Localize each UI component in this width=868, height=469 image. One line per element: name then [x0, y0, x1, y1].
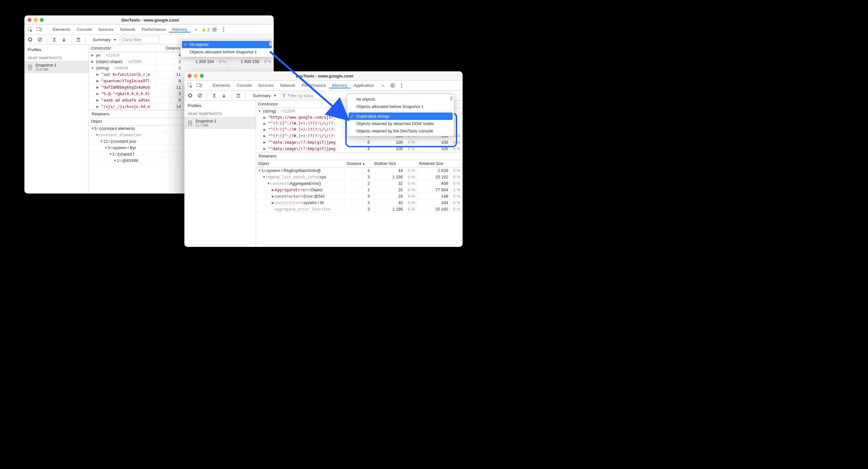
tab-network[interactable]: Network: [277, 83, 299, 88]
dropdown-item-devtools-console[interactable]: Objects retained by the DevTools console: [348, 127, 453, 135]
delete-icon[interactable]: [74, 36, 82, 43]
device-toggle-icon[interactable]: [35, 26, 43, 33]
gear-icon[interactable]: [211, 26, 218, 33]
kebab-icon[interactable]: [220, 26, 227, 33]
disclosure-icon[interactable]: ▼: [104, 146, 107, 149]
tabs-overflow[interactable]: »: [378, 81, 387, 90]
tab-performance[interactable]: Performance: [138, 27, 169, 32]
retainer-row[interactable]: ▶ constructor in Error @541 3 280 % 1480…: [256, 193, 463, 200]
disclosure-icon[interactable]: ▼: [258, 109, 261, 113]
disclosure-icon[interactable]: ▼: [258, 169, 261, 172]
tab-sources[interactable]: Sources: [95, 27, 117, 32]
constructor-row[interactable]: ▼(string) ×49048 2: [89, 65, 274, 71]
disclosure-icon[interactable]: ▶: [263, 134, 266, 138]
disclosure-icon[interactable]: ▼: [267, 182, 270, 185]
inspect-icon[interactable]: [26, 26, 34, 33]
disclosure-icon[interactable]: ▶: [91, 53, 94, 57]
disclosure-icon[interactable]: ▶: [263, 128, 266, 131]
disclosure-icon[interactable]: ▶: [96, 86, 99, 89]
col-constructor[interactable]: Constructor: [256, 100, 345, 108]
traffic-light-close[interactable]: [28, 18, 31, 22]
rcol-shallow[interactable]: Shallow Size: [372, 160, 417, 167]
filter-dropdown-w2[interactable]: All objects Objects allocated before Sna…: [347, 94, 454, 136]
disclosure-icon[interactable]: ▶: [263, 141, 266, 144]
disclosure-icon[interactable]: ▶: [96, 92, 99, 95]
load-icon[interactable]: [51, 36, 58, 43]
inspect-icon[interactable]: [186, 82, 194, 89]
constructor-row[interactable]: ▶(object shape) ×27008 2 1 359 1049 % 1 …: [89, 59, 274, 65]
rcol-object[interactable]: Object: [256, 160, 345, 167]
dropdown-item-before-snapshot1[interactable]: Objects allocated before Snapshot 1: [182, 48, 272, 56]
string-row[interactable]: ▶"^data:image\/(?:bmp|gif|jpeg 4 1000 % …: [256, 146, 463, 152]
save-icon[interactable]: [60, 36, 68, 43]
traffic-light-close[interactable]: [188, 74, 191, 78]
tab-application[interactable]: Application: [350, 83, 377, 88]
clear-icon[interactable]: [36, 36, 44, 43]
tab-console[interactable]: Console: [73, 27, 95, 32]
disclosure-icon[interactable]: ▶: [96, 72, 99, 76]
retainer-row[interactable]: ▶ AggregateError in Object 1 200 % 77 90…: [256, 187, 463, 193]
dropdown-item-all-objects[interactable]: All objects: [182, 41, 272, 48]
retainer-row[interactable]: ▶ constructor in system / M 3 400 % 1040…: [256, 200, 463, 206]
issues-badge[interactable]: 2: [202, 27, 210, 32]
disclosure-icon[interactable]: ▶: [263, 122, 266, 125]
record-icon[interactable]: [186, 92, 194, 99]
disclosure-icon[interactable]: ▶: [272, 188, 275, 192]
disclosure-icon[interactable]: ▶: [96, 79, 99, 83]
disclosure-icon[interactable]: ▶: [263, 116, 266, 119]
snapshot-item[interactable]: Snapshot 1 11.7 MB: [184, 117, 256, 129]
view-mode-select[interactable]: Summary▼: [92, 37, 118, 42]
tab-memory[interactable]: Memory: [329, 83, 350, 88]
dropdown-item-all-objects[interactable]: All objects: [348, 95, 453, 103]
tab-network[interactable]: Network: [117, 27, 139, 32]
dropdown-item-before-snapshot1[interactable]: Objects allocated before Snapshot 1: [348, 103, 453, 110]
record-icon[interactable]: [26, 36, 34, 43]
dropdown-scrollbar[interactable]: [450, 96, 453, 100]
device-toggle-icon[interactable]: [195, 82, 203, 89]
rcol-retained[interactable]: Retained Size: [417, 160, 463, 167]
tab-performance[interactable]: Performance: [299, 83, 329, 88]
traffic-light-minimize[interactable]: [34, 18, 38, 22]
tab-elements[interactable]: Elements: [210, 83, 233, 88]
retainer-row[interactable]: ▼ 1 in system / RegExpMatchInfo @ 4 440 …: [256, 168, 463, 174]
tab-elements[interactable]: Elements: [50, 27, 73, 32]
retainer-row[interactable]: ▼ regexp_last_match_info in sys 3 1 1960…: [256, 174, 463, 180]
tab-sources[interactable]: Sources: [255, 83, 277, 88]
tab-console[interactable]: Console: [233, 83, 255, 88]
dropdown-scrollbar[interactable]: [269, 41, 272, 46]
disclosure-icon[interactable]: ▶: [96, 98, 99, 102]
disclosure-icon[interactable]: ▼: [262, 175, 266, 179]
dropdown-item-duplicated-strings[interactable]: Duplicated strings: [348, 113, 453, 120]
traffic-light-minimize[interactable]: [194, 74, 197, 78]
disclosure-icon[interactable]: ▼: [109, 152, 112, 156]
disclosure-icon[interactable]: ▶: [272, 201, 275, 204]
kebab-icon[interactable]: [398, 82, 405, 89]
traffic-light-zoom[interactable]: [200, 74, 204, 78]
col-constructor[interactable]: Constructor: [89, 45, 156, 52]
clear-icon[interactable]: [196, 92, 204, 99]
traffic-light-zoom[interactable]: [40, 18, 44, 22]
filter-dropdown-w1[interactable]: All objects Objects allocated before Sna…: [180, 39, 273, 57]
load-icon[interactable]: [210, 92, 218, 99]
disclosure-icon[interactable]: ▼: [114, 159, 117, 162]
dropdown-item-detached-dom[interactable]: Objects retained by detached DOM nodes: [348, 120, 453, 127]
disclosure-icon[interactable]: ▶: [91, 60, 94, 63]
disclosure-icon[interactable]: ▶: [272, 195, 275, 198]
view-mode-select[interactable]: Summary▼: [251, 93, 278, 98]
delete-icon[interactable]: [235, 92, 242, 99]
disclosure-icon[interactable]: ▼: [100, 140, 103, 143]
gear-icon[interactable]: [389, 82, 396, 89]
retainer-row[interactable]: aggregate_error_function 3 1 1960 % 25 1…: [256, 206, 463, 212]
col-distance[interactable]: Distance: [156, 45, 183, 52]
tab-memory[interactable]: Memory: [169, 27, 190, 32]
snapshot-item[interactable]: Snapshot 1 15.8 MB: [24, 61, 89, 73]
retainer-row[interactable]: ▼ context in AggregateError() 2 320 % 40…: [256, 180, 463, 187]
string-row[interactable]: ▶"^data:image\/(?:bmp|gif|jpeg 6 1000 % …: [256, 139, 463, 146]
disclosure-icon[interactable]: ▼: [91, 66, 94, 70]
tabs-overflow[interactable]: »: [192, 25, 200, 34]
class-filter-input[interactable]: Class filter: [120, 36, 160, 43]
rcol-distance[interactable]: Distance▲: [345, 160, 372, 167]
save-icon[interactable]: [220, 92, 228, 99]
disclosure-icon[interactable]: ▼: [95, 133, 99, 137]
disclosure-icon[interactable]: ▶: [263, 147, 266, 150]
